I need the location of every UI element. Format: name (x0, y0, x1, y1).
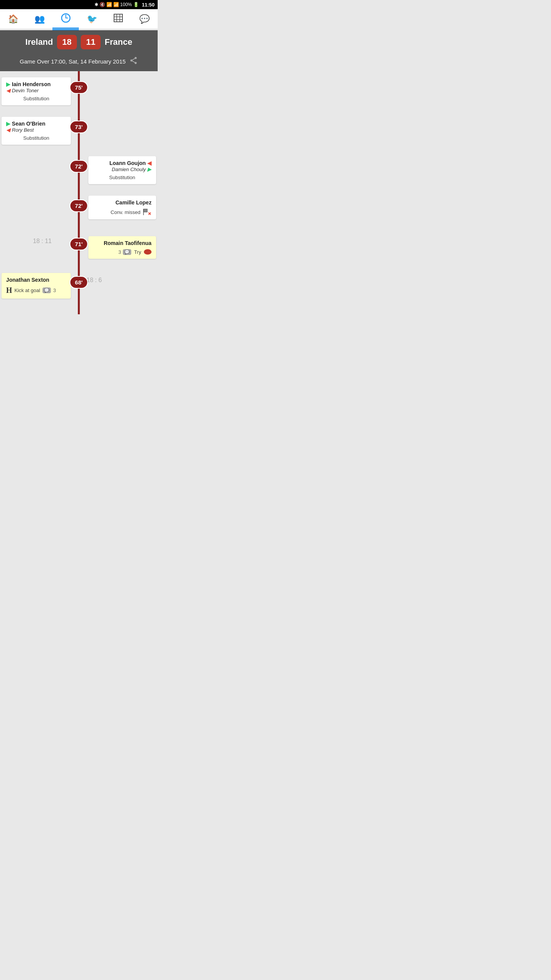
player-out: ▶ Sean O'Brien (6, 121, 66, 127)
home-icon: 🏠 (8, 14, 18, 24)
event-card-substitution-75: ▶ Iain Henderson ◀ Devin Toner Substitut… (2, 77, 71, 105)
twitter-icon: 🐦 (87, 14, 97, 24)
list-item: Loann Goujon ◀ Damien Chouly ▶ Substitut… (88, 156, 156, 184)
table-row: 72' Loann Goujon ◀ Damien Chouly ▶ Subst… (0, 156, 158, 184)
battery-icon: 🔋 (133, 2, 139, 7)
chat-icon: 💬 (139, 14, 150, 24)
timeline: ▶ Iain Henderson ◀ Devin Toner Substitut… (0, 71, 158, 314)
event-type: Substitution (93, 175, 152, 180)
signal-icon: 📶 (113, 2, 119, 7)
game-info-bar: Game Over 17:00, Sat, 14 February 2015 (0, 53, 158, 71)
score-label-186: 18 : 6 (86, 277, 102, 284)
battery-text: 100% (120, 2, 132, 7)
player-in: Damien Chouly ▶ (93, 166, 152, 172)
home-score: 18 (57, 35, 77, 49)
people-icon: 👥 (34, 14, 45, 24)
try-label: Try (134, 249, 141, 255)
time-bubble-68: 68' (70, 276, 88, 289)
player-in: ◀ Rory Best (6, 127, 66, 133)
svg-point-10 (135, 62, 137, 64)
player-name: Camille Lopez (93, 199, 152, 206)
time-bubble-72a: 72' (70, 160, 88, 173)
svg-point-9 (130, 59, 133, 62)
arrow-green-icon: ▶ (147, 166, 152, 172)
time-bubble-71: 71' (70, 238, 88, 250)
kick-comment-count: 3 (53, 287, 56, 293)
score-header: Ireland 18 11 France (0, 30, 158, 53)
time-bubble-75: 75' (70, 81, 88, 94)
list-item: Jonathan Sexton H Kick at goal 💬 3 (2, 273, 71, 299)
nav-chat[interactable]: 💬 (131, 9, 158, 29)
svg-line-12 (132, 59, 135, 60)
share-icon[interactable] (129, 56, 138, 67)
time-bubble-72b: 72' (70, 199, 88, 212)
list-item: Camille Lopez Conv. missed (88, 196, 156, 219)
status-bar: ✱ 🔇 📶 📶 100% 🔋 11:50 (0, 0, 158, 9)
event-card-try-71: Romain Taofifenua 3 💬 Try (88, 236, 156, 259)
event-card-substitution-73: ▶ Sean O'Brien ◀ Rory Best Substitution (2, 117, 71, 145)
table-row: ▶ Sean O'Brien ◀ Rory Best Substitution … (0, 117, 158, 145)
arrow-red-icon: ◀ (6, 87, 10, 93)
list-item: ▶ Sean O'Brien ◀ Rory Best Substitution (2, 117, 71, 145)
try-comment-count: 3 (118, 249, 121, 255)
clock-icon (61, 13, 71, 25)
bluetooth-icon: ✱ (95, 2, 98, 7)
arrow-red-icon: ◀ (147, 160, 152, 166)
comment-icon: 💬 (123, 249, 131, 255)
kick-label: Kick at goal (15, 287, 40, 293)
arrow-red-icon: ◀ (6, 127, 10, 133)
player-in: ◀ Devin Toner (6, 87, 66, 93)
player-out: ▶ Iain Henderson (6, 81, 66, 87)
list-item: ▶ Iain Henderson ◀ Devin Toner Substitut… (2, 77, 71, 105)
away-team: France (104, 37, 132, 47)
table-icon (114, 14, 123, 24)
svg-line-11 (132, 61, 135, 62)
nav-bar: 🏠 👥 🐦 💬 (0, 9, 158, 29)
table-row: 72' Camille Lopez Conv. missed (0, 196, 158, 222)
table-row: Jonathan Sexton H Kick at goal 💬 3 68' 1… (0, 272, 158, 299)
game-info-text: Game Over 17:00, Sat, 14 February 2015 (20, 58, 126, 65)
player-name: Romain Taofifenua (93, 240, 152, 246)
nav-twitter[interactable]: 🐦 (79, 9, 105, 29)
nav-timeline[interactable] (52, 9, 79, 29)
arrow-green-icon: ▶ (6, 121, 10, 127)
player-out: Loann Goujon ◀ (93, 160, 152, 166)
arrow-green-icon: ▶ (6, 81, 10, 87)
svg-rect-13 (143, 209, 147, 212)
try-ball-icon (144, 249, 152, 255)
event-type: Substitution (6, 96, 66, 101)
score-label-1811: 18 : 11 (33, 238, 52, 245)
mute-icon: 🔇 (99, 2, 105, 7)
nav-people[interactable]: 👥 (26, 9, 53, 29)
nav-table[interactable] (105, 9, 132, 29)
event-card-kick-68: Jonathan Sexton H Kick at goal 💬 3 (2, 273, 71, 299)
player-name: Jonathan Sexton (6, 277, 66, 283)
svg-point-8 (135, 57, 137, 59)
conv-missed-row: Conv. missed (93, 209, 152, 216)
goal-post-icon: H (6, 286, 12, 295)
kick-row: H Kick at goal 💬 3 (6, 286, 66, 295)
flag-x-icon (143, 209, 152, 216)
nav-home[interactable]: 🏠 (0, 9, 26, 29)
table-row: ▶ Iain Henderson ◀ Devin Toner Substitut… (0, 77, 158, 105)
event-card-substitution-72: Loann Goujon ◀ Damien Chouly ▶ Substitut… (88, 156, 156, 184)
comment-icon: 💬 (42, 287, 51, 293)
wifi-icon: 📶 (106, 2, 112, 7)
status-icons: ✱ 🔇 📶 📶 100% 🔋 (95, 2, 139, 7)
home-team: Ireland (25, 37, 53, 47)
away-score: 11 (81, 35, 101, 49)
event-card-conv-missed-72: Camille Lopez Conv. missed (88, 196, 156, 219)
event-type: Substitution (6, 135, 66, 141)
status-time: 11:50 (142, 2, 155, 8)
svg-rect-3 (114, 14, 122, 22)
table-row: 18 : 11 71' Romain Taofifenua 3 💬 Try (0, 234, 158, 261)
list-item: Romain Taofifenua 3 💬 Try (88, 236, 156, 259)
try-row: 3 💬 Try (93, 249, 152, 255)
time-bubble-73: 73' (70, 121, 88, 133)
